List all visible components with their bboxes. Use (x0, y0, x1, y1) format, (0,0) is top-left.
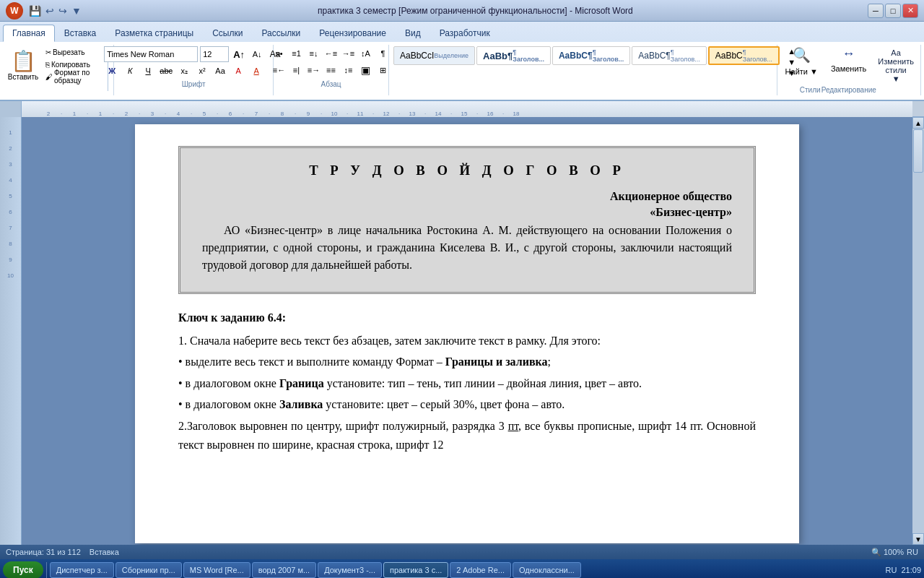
document-area: Т Р У Д О В О Й Д О Г О В О Р Акционерно… (22, 117, 912, 545)
strikethrough-button[interactable]: abc (158, 64, 174, 78)
group-clipboard: 📋 Вставить ✂ Вырезать ⎘ Копировать 🖌 Фор… (3, 45, 114, 95)
font-name-input[interactable] (104, 46, 198, 62)
taskbar-item-1[interactable]: Сборники пр... (116, 562, 182, 578)
subscript-button[interactable]: x₂ (176, 64, 192, 78)
copy-icon: ⎘ (45, 61, 50, 69)
increase-font-button[interactable]: A↑ (231, 47, 247, 61)
document-subtitle-right2: «Бизнес-центр» (202, 206, 732, 219)
save-button[interactable]: 💾 (27, 5, 43, 17)
align-right-button[interactable]: ≡→ (306, 63, 322, 77)
ruler-mark: · (133, 111, 146, 117)
tab-review[interactable]: Рецензирование (310, 25, 396, 42)
style-heading1[interactable]: AaBb¶¶ Заголов... (476, 46, 551, 65)
window-controls: ─ □ ✕ (868, 4, 918, 18)
maximize-button[interactable]: □ (885, 4, 901, 18)
customize-button[interactable]: ▼ (70, 5, 83, 17)
taskbar-item-5[interactable]: практика 3 с... (383, 562, 448, 578)
ruler-mark: 18 (510, 111, 523, 117)
taskbar-item-3[interactable]: ворд 2007 м... (252, 562, 316, 578)
key-title: Ключ к заданию 6.4: (178, 309, 756, 327)
ruler-mark: · (81, 111, 94, 117)
taskbar-item-4[interactable]: Документ3 -... (318, 562, 382, 578)
italic-button[interactable]: К (122, 64, 138, 78)
taskbar-item-6[interactable]: 2 Adobe Re... (450, 562, 511, 578)
case-button[interactable]: Аа (212, 64, 228, 78)
format-painter-button[interactable]: 🖌 Формат по образцу (42, 71, 103, 82)
ruler-mark: · (29, 111, 42, 117)
taskbar-item-0[interactable]: Диспетчер з... (50, 562, 114, 578)
superscript-button[interactable]: x² (194, 64, 210, 78)
bullets-button[interactable]: ≡• (271, 46, 287, 61)
font-group-label: Шрифт (182, 79, 206, 88)
tab-references[interactable]: Ссылки (203, 25, 252, 42)
vertical-scrollbar[interactable]: ▲ ▼ (912, 117, 924, 545)
underline-button[interactable]: Ч (140, 64, 156, 78)
tab-home[interactable]: Главная (3, 25, 55, 42)
tray-lang: RU (886, 566, 897, 574)
quick-access-toolbar: 💾 ↩ ↪ ▼ (27, 5, 83, 17)
font-color-button[interactable]: А (248, 64, 264, 78)
tab-view[interactable]: Вид (396, 25, 430, 42)
bold-button[interactable]: Ж (104, 64, 120, 78)
justify-button[interactable]: ≡≡ (323, 63, 339, 77)
ruler-mark: 1 (68, 111, 81, 117)
ribbon-content: 📋 Вставить ✂ Вырезать ⎘ Копировать 🖌 Фор… (0, 42, 924, 100)
scroll-down-button[interactable]: ▼ (912, 533, 924, 545)
scroll-thumb[interactable] (913, 129, 923, 173)
font-size-input[interactable] (200, 46, 229, 62)
shading-button[interactable]: ▣ (358, 63, 374, 77)
taskbar-item-7[interactable]: Одноклассни... (513, 562, 581, 578)
minimize-button[interactable]: ─ (868, 4, 884, 18)
ruler-mark: 11 (354, 111, 367, 117)
tab-mailings[interactable]: Рассылки (252, 25, 310, 42)
ruler-mark: · (55, 111, 68, 117)
tab-layout[interactable]: Разметка страницы (105, 25, 203, 42)
style-heading3[interactable]: AaBbC¶¶ Заголов... (632, 46, 706, 65)
taskbar-item-2[interactable]: MS Word [Re... (183, 562, 250, 578)
start-button[interactable]: Пуск (3, 561, 43, 578)
style-normal[interactable]: AaBbCcI Выделение (393, 46, 475, 65)
document-subtitle-right1: Акционерное общество (202, 190, 732, 203)
align-center-button[interactable]: ≡| (289, 63, 305, 77)
ruler-mark: 9 (302, 111, 315, 117)
replace-button[interactable]: Заменить (826, 62, 871, 75)
ruler-mark: · (341, 111, 354, 117)
align-left-button[interactable]: ≡← (271, 63, 287, 77)
highlight-button[interactable]: А (230, 64, 246, 78)
decrease-font-button[interactable]: A↓ (249, 47, 265, 61)
ruler-mark: 4 (172, 111, 185, 117)
line-spacing-button[interactable]: ↕≡ (341, 63, 357, 77)
tab-insert[interactable]: Вставка (55, 25, 106, 42)
ruler-mark: · (263, 111, 276, 117)
decrease-indent-button[interactable]: ←≡ (323, 46, 339, 61)
ruler-mark: · (471, 111, 484, 117)
key-item-2: • выделите весь текст и выполните команд… (178, 353, 756, 371)
sort-button[interactable]: ↕A (358, 46, 374, 61)
multilevel-list-button[interactable]: ≡↓ (306, 46, 322, 61)
numbering-button[interactable]: ≡1 (289, 46, 305, 61)
redo-button[interactable]: ↪ (57, 5, 69, 17)
scroll-track[interactable] (912, 129, 924, 533)
style-heading2[interactable]: AaBbC¶¶ Заголов... (552, 46, 630, 65)
ribbon: Главная Вставка Разметка страницы Ссылки… (0, 22, 924, 101)
document-page: Т Р У Д О В О Й Д О Г О В О Р Акционерно… (135, 124, 799, 543)
ruler-mark: · (367, 111, 380, 117)
ruler-mark: 10 (328, 111, 341, 117)
change-styles-button[interactable]: Аа Изменить стили ▼ (874, 46, 918, 61)
find-button[interactable]: Найти ▼ (780, 65, 823, 78)
taskbar-separator (46, 562, 47, 578)
undo-button[interactable]: ↩ (44, 5, 56, 17)
paste-button[interactable]: 📋 Вставить (7, 46, 39, 84)
group-editing: 🔍 Найти ▼ ↔ Заменить (777, 45, 921, 95)
tab-developer[interactable]: Разработчик (430, 25, 500, 42)
ruler-mark: · (445, 111, 458, 117)
scroll-up-button[interactable]: ▲ (912, 117, 924, 129)
close-button[interactable]: ✕ (902, 4, 918, 18)
cut-button[interactable]: ✂ Вырезать (42, 46, 103, 58)
change-styles-icon: Аа (891, 48, 901, 57)
increase-indent-button[interactable]: →≡ (341, 46, 357, 61)
lang-indicator: RU (907, 548, 918, 556)
style-heading4[interactable]: AaBbC¶ Заголов... (708, 46, 780, 65)
office-logo[interactable]: W (6, 2, 23, 20)
main-area: 1 2 3 4 5 6 7 8 9 10 Т Р У Д О В О Й Д О… (0, 117, 924, 545)
